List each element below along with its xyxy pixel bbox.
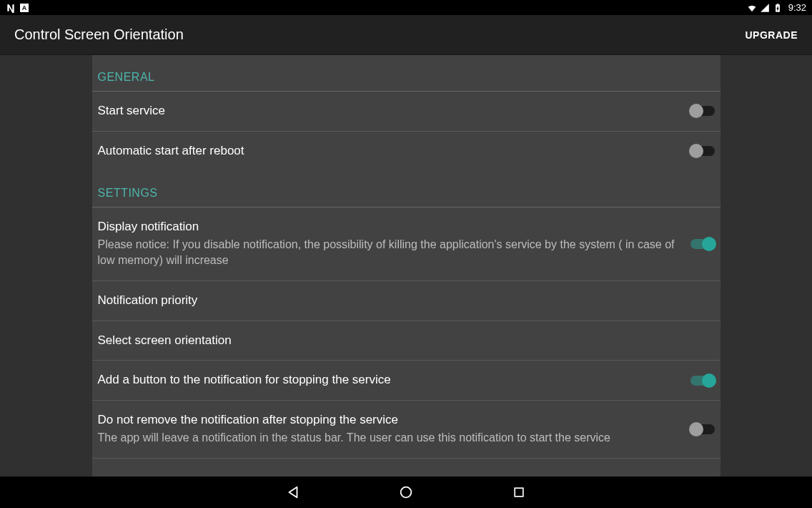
svg-point-0 [401, 487, 412, 498]
setting-quick-tile[interactable]: Enable quick settings tile [92, 459, 721, 477]
setting-title: Select screen orientation [98, 333, 700, 349]
app-bar: Control Screen Orientation UPGRADE [0, 15, 812, 55]
switch-display-notification[interactable] [690, 237, 715, 251]
battery-charging-icon [773, 3, 783, 13]
app-notification-icon: A [20, 4, 29, 12]
home-button[interactable] [396, 482, 416, 502]
setting-display-notification[interactable]: Display notification Please notice: If y… [92, 207, 721, 281]
home-icon [398, 484, 414, 500]
setting-subtitle: Please notice: If you disable notificati… [98, 237, 676, 269]
setting-title: Display notification [98, 219, 676, 235]
back-icon [285, 484, 301, 500]
status-time: 9:32 [788, 2, 806, 13]
setting-title: Add a button to the notification for sto… [98, 372, 676, 389]
recents-button[interactable] [509, 482, 529, 502]
upgrade-button[interactable]: UPGRADE [745, 29, 798, 41]
setting-start-service[interactable]: Start service [92, 92, 721, 132]
setting-subtitle: The app will leave a notification in the… [98, 430, 676, 446]
wifi-icon [747, 3, 757, 13]
setting-title: Do not remove the notification after sto… [98, 412, 676, 429]
switch-keep-notification[interactable] [690, 422, 715, 436]
app-title: Control Screen Orientation [14, 26, 184, 43]
switch-auto-start[interactable] [690, 144, 715, 158]
setting-keep-notification[interactable]: Do not remove the notification after sto… [92, 401, 721, 458]
switch-add-stop-button[interactable] [690, 373, 715, 388]
status-bar: A 9:32 [0, 0, 812, 15]
switch-start-service[interactable] [690, 104, 715, 118]
back-button[interactable] [283, 482, 303, 502]
navigation-bar [0, 477, 812, 508]
setting-add-stop-button[interactable]: Add a button to the notification for sto… [92, 361, 721, 401]
signal-icon [760, 3, 770, 13]
setting-select-orientation[interactable]: Select screen orientation [92, 321, 721, 361]
section-header-settings: SETTINGS [92, 171, 721, 207]
setting-title: Notification priority [98, 293, 700, 309]
setting-title: Start service [98, 103, 676, 119]
setting-title: Automatic start after reboot [98, 143, 676, 160]
android-n-icon [6, 3, 16, 13]
setting-auto-start[interactable]: Automatic start after reboot [92, 132, 721, 171]
content-wrapper: GENERAL Start service Automatic start af… [0, 55, 812, 477]
svg-rect-1 [515, 488, 523, 497]
recents-icon [512, 485, 526, 499]
section-header-general: GENERAL [92, 55, 721, 91]
settings-content[interactable]: GENERAL Start service Automatic start af… [92, 55, 721, 477]
setting-notification-priority[interactable]: Notification priority [92, 281, 721, 321]
